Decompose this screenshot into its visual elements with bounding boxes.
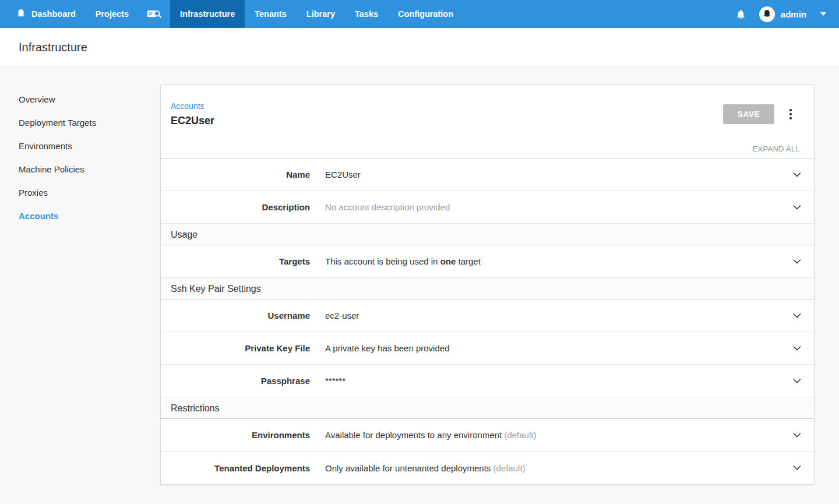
nav-item-tenants[interactable]: Tenants [245,0,297,28]
chevron-down-icon[interactable] [793,378,801,383]
nav-label-tasks: Tasks [355,9,378,19]
row-tenanted-deployments[interactable]: Tenanted Deployments Only available for … [161,452,814,484]
notifications-button[interactable] [735,8,746,20]
nav-item-library[interactable]: Library [297,0,345,28]
row-environments[interactable]: Environments Available for deployments t… [161,419,814,452]
nav-item-dashboard[interactable]: Dashboard [0,0,86,28]
nav-item-configuration[interactable]: Configuration [388,0,463,28]
row-targets[interactable]: Targets This account is being used in on… [161,245,814,278]
row-description[interactable]: Description No account description provi… [161,191,814,224]
section-header-ssh-key-pair-settings: Ssh Key Pair Settings [161,277,814,299]
nav-label-configuration: Configuration [398,9,453,19]
overflow-menu-icon[interactable] [787,107,794,122]
row-passphrase-label: Passphrase [161,376,310,386]
nav-left: Dashboard Projects Infrastructure Tenant… [0,0,735,28]
sidebar-item-deployment-targets[interactable]: Deployment Targets [19,111,160,135]
chevron-down-icon[interactable] [793,313,801,318]
row-description-label: Description [161,202,310,212]
search-button[interactable] [139,0,170,28]
section-header-usage: Usage [161,223,814,245]
sidebar: Overview Deployment Targets Environments… [0,84,160,228]
bell-icon [735,8,746,20]
page-header: Infrastructure [0,28,839,67]
page-title: Infrastructure [19,41,87,54]
row-private-key-file-label: Private Key File [161,343,310,353]
save-button[interactable]: SAVE [723,104,774,124]
row-name[interactable]: Name EC2User [161,158,814,191]
nav-right: admin [735,0,839,28]
row-tenanted-deployments-value: Only available for untenanted deployment… [325,463,526,473]
row-private-key-file-value: A private key has been provided [325,343,449,353]
expand-all-button[interactable]: EXPAND ALL [752,144,800,153]
nav-item-infrastructure[interactable]: Infrastructure [170,0,245,28]
octopus-logo-icon [15,8,27,20]
row-username-value: ec2-user [325,311,359,320]
top-nav: Dashboard Projects Infrastructure Tenant… [0,0,839,28]
sidebar-item-overview[interactable]: Overview [19,88,160,111]
row-description-placeholder: No account description provided [325,202,450,212]
chevron-down-icon[interactable] [793,172,801,177]
avatar [759,6,775,22]
chevron-down-icon[interactable] [793,466,801,471]
row-environments-value: Available for deployments to any environ… [325,430,536,440]
nav-label-infrastructure: Infrastructure [180,9,235,19]
row-name-label: Name [161,170,310,179]
nav-label-projects: Projects [96,9,129,19]
chevron-down-icon[interactable] [793,346,801,351]
nav-label-tenants: Tenants [255,9,287,19]
nav-item-tasks[interactable]: Tasks [345,0,388,28]
chevron-down-icon[interactable] [793,259,801,264]
user-name: admin [781,9,806,19]
page-body: Overview Deployment Targets Environments… [0,67,839,485]
nav-label-dashboard: Dashboard [31,9,76,19]
row-username-label: Username [161,311,310,320]
nav-label-library: Library [306,9,335,19]
row-name-value: EC2User [325,170,361,179]
row-environments-label: Environments [161,430,310,440]
search-icon [147,8,162,20]
account-title: EC2User [171,115,804,127]
row-private-key-file[interactable]: Private Key File A private key has been … [161,332,814,365]
sidebar-item-proxies[interactable]: Proxies [19,181,160,205]
account-card: Accounts EC2User SAVE EXPAND ALL Name EC… [160,84,815,485]
sidebar-item-machine-policies[interactable]: Machine Policies [19,158,160,181]
chevron-down-icon[interactable] [793,432,801,438]
row-passphrase[interactable]: Passphrase ****** [161,365,814,397]
sidebar-item-environments[interactable]: Environments [19,135,160,158]
sidebar-item-accounts[interactable]: Accounts [19,205,160,228]
breadcrumb-accounts-link[interactable]: Accounts [171,101,205,111]
row-targets-label: Targets [161,256,310,266]
expand-all-bar: EXPAND ALL [161,144,814,158]
row-username[interactable]: Username ec2-user [161,299,814,332]
user-menu[interactable]: admin [759,6,826,22]
caret-down-icon [820,12,826,16]
row-passphrase-value: ****** [325,376,346,386]
section-header-restrictions: Restrictions [161,397,814,419]
nav-item-projects[interactable]: Projects [86,0,139,28]
card-header: Accounts EC2User SAVE [161,85,814,127]
row-tenanted-deployments-label: Tenanted Deployments [161,463,310,473]
chevron-down-icon[interactable] [793,205,801,210]
row-targets-value: This account is being used in one target [325,256,481,266]
